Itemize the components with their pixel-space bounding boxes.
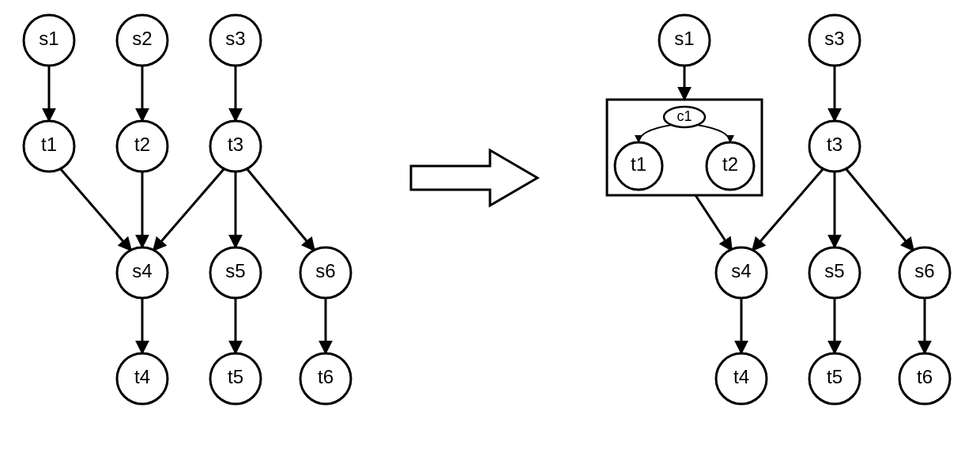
node-t1: t1 bbox=[24, 121, 74, 172]
node-s6: s6 bbox=[300, 247, 351, 298]
label-t3: t3 bbox=[228, 134, 243, 155]
right-graph: s1 s3 c1 t1 t2 t3 s4 bbox=[607, 15, 950, 404]
label-t2: t2 bbox=[134, 134, 150, 155]
diagram-canvas: s1 s2 s3 t1 t2 t3 s4 s5 bbox=[0, 0, 980, 449]
node-t4: t4 bbox=[117, 353, 168, 404]
node-t3: t3 bbox=[210, 121, 261, 172]
node-t2-r: t2 bbox=[707, 142, 754, 190]
node-t1-r: t1 bbox=[615, 142, 662, 190]
label-t1: t1 bbox=[41, 134, 57, 155]
label-s1-r: s1 bbox=[674, 28, 694, 49]
label-s4: s4 bbox=[132, 260, 152, 281]
label-s6-r: s6 bbox=[914, 260, 934, 281]
label-t6: t6 bbox=[318, 366, 334, 387]
node-s3: s3 bbox=[210, 15, 261, 66]
label-t5-r: t5 bbox=[827, 366, 842, 387]
edge-t1-s4 bbox=[60, 168, 131, 251]
edge-c1-t1 bbox=[639, 125, 672, 142]
node-t3-r: t3 bbox=[809, 121, 860, 172]
label-t4: t4 bbox=[134, 366, 150, 387]
label-t3-r: t3 bbox=[827, 134, 842, 155]
node-s3-r: s3 bbox=[809, 15, 860, 66]
edge-t3-s6 bbox=[247, 168, 315, 251]
label-t1-r: t1 bbox=[631, 153, 646, 175]
node-s1-r: s1 bbox=[659, 15, 710, 66]
label-s3: s3 bbox=[225, 28, 245, 49]
label-s2: s2 bbox=[132, 28, 152, 49]
edge-t3-s6-r bbox=[846, 168, 914, 251]
label-t2-r: t2 bbox=[722, 153, 738, 175]
edge-box-s4 bbox=[695, 195, 732, 251]
edge-t3-s4 bbox=[153, 168, 224, 251]
label-s3-r: s3 bbox=[824, 28, 844, 49]
node-s1: s1 bbox=[24, 15, 74, 66]
node-s4-r: s4 bbox=[716, 247, 767, 298]
node-s5-r: s5 bbox=[809, 247, 860, 298]
label-s5: s5 bbox=[225, 260, 245, 281]
label-s5-r: s5 bbox=[824, 260, 844, 281]
node-t6-r: t6 bbox=[899, 353, 950, 404]
label-c1: c1 bbox=[677, 108, 692, 124]
label-s4-r: s4 bbox=[731, 260, 751, 281]
label-t4-r: t4 bbox=[733, 366, 749, 387]
label-t5: t5 bbox=[228, 366, 243, 387]
node-t5: t5 bbox=[210, 353, 261, 404]
label-t6-r: t6 bbox=[917, 366, 933, 387]
edge-c1-t2 bbox=[697, 125, 730, 142]
node-s2: s2 bbox=[117, 15, 168, 66]
node-t2: t2 bbox=[117, 121, 168, 172]
label-s6: s6 bbox=[315, 260, 335, 281]
node-t4-r: t4 bbox=[716, 353, 767, 404]
left-graph: s1 s2 s3 t1 t2 t3 s4 s5 bbox=[24, 15, 351, 404]
transform-arrow-icon bbox=[411, 150, 537, 206]
node-s5: s5 bbox=[210, 247, 261, 298]
node-t6: t6 bbox=[300, 353, 351, 404]
node-t5-r: t5 bbox=[809, 353, 860, 404]
node-s6-r: s6 bbox=[899, 247, 950, 298]
node-c1: c1 bbox=[664, 107, 705, 127]
label-s1: s1 bbox=[39, 28, 58, 49]
node-s4: s4 bbox=[117, 247, 168, 298]
